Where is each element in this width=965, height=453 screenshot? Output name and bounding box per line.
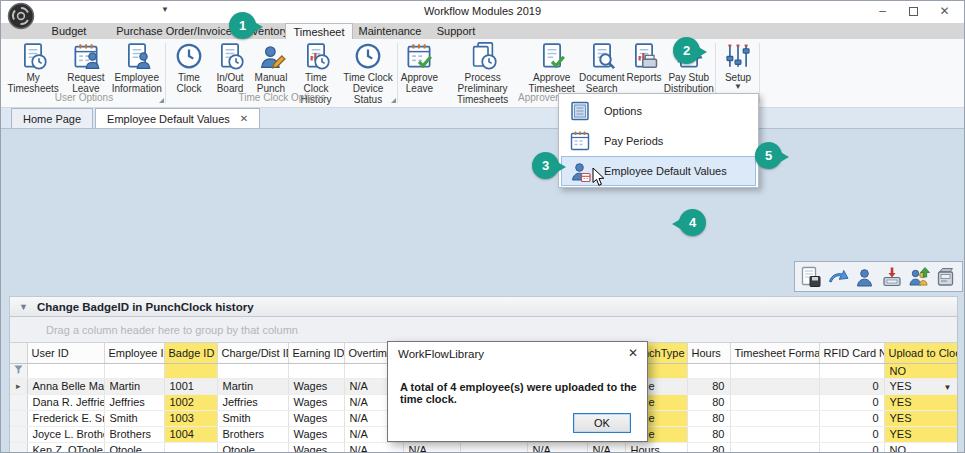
column-header-earning-id[interactable]: Earning ID bbox=[288, 343, 344, 363]
cell-user-id[interactable]: Frederick E. Smith bbox=[27, 410, 104, 426]
clock-device-button[interactable] bbox=[934, 265, 958, 289]
cell-timesheet-format[interactable] bbox=[730, 394, 819, 410]
send-button[interactable] bbox=[826, 265, 850, 289]
request-leave-button[interactable]: Request Leave bbox=[63, 40, 108, 94]
cell-employee-id[interactable]: Martin bbox=[104, 378, 164, 394]
reports-button[interactable]: Reports bbox=[625, 40, 662, 83]
collapse-chevron-icon[interactable]: ▼ bbox=[19, 302, 28, 312]
cell-earning-id[interactable]: Wages bbox=[288, 378, 344, 394]
column-header-badge-id[interactable]: Badge ID bbox=[164, 343, 217, 363]
cell-badge-id[interactable]: 1003 bbox=[164, 410, 217, 426]
document-tab-home-page[interactable]: Home Page bbox=[11, 108, 93, 128]
cell-badge-id[interactable]: 1002 bbox=[164, 394, 217, 410]
approve-timesheet-button[interactable]: Approve Timesheet bbox=[525, 40, 578, 94]
ribbon-tab-maintenance[interactable]: Maintenance bbox=[353, 23, 427, 39]
save-button[interactable] bbox=[799, 265, 823, 289]
cell-hours[interactable]: 80 bbox=[687, 442, 730, 453]
cell-charge-dist-id[interactable]: Otoole bbox=[217, 442, 288, 453]
cell-timesheet-format[interactable] bbox=[730, 410, 819, 426]
cell-user-id[interactable]: Dana R. Jeffries bbox=[27, 394, 104, 410]
download-to-clock-button[interactable] bbox=[880, 265, 904, 289]
cell-rfid-card-no[interactable]: 0 bbox=[819, 410, 884, 426]
cell-rfid-card-no[interactable]: 0 bbox=[819, 394, 884, 410]
cell-shift[interactable]: N/A bbox=[587, 442, 625, 453]
cell-exception-b[interactable] bbox=[460, 442, 527, 453]
ribbon-tab-timesheet[interactable]: Timesheet bbox=[285, 23, 353, 39]
filter-cell-earning-id[interactable] bbox=[288, 363, 344, 378]
cell-rfid-card-no[interactable]: 0 bbox=[819, 442, 884, 453]
cell-earning-id[interactable]: Wages bbox=[288, 442, 344, 453]
cell-timesheet-format[interactable] bbox=[730, 442, 819, 453]
dialog-launcher-icon[interactable] bbox=[391, 98, 396, 103]
dialog-close-icon[interactable]: ✕ bbox=[628, 346, 638, 360]
cell-earning-id[interactable]: Wages bbox=[288, 426, 344, 442]
tab-close-icon[interactable]: ✕ bbox=[240, 113, 248, 124]
dialog-ok-button[interactable]: OK bbox=[573, 413, 631, 433]
document-search-button[interactable]: Document Search bbox=[578, 40, 626, 94]
cell-user-id[interactable]: Joyce L. Brothers bbox=[27, 426, 104, 442]
filter-cell-user-id[interactable] bbox=[27, 363, 104, 378]
menu-item-pay-periods[interactable]: Pay Periods bbox=[561, 126, 756, 156]
employee-information-button[interactable]: Employee Information bbox=[109, 40, 166, 94]
cell-badge-id[interactable] bbox=[164, 442, 217, 453]
cell-user-id[interactable]: Ken Z. OToole bbox=[27, 442, 104, 453]
cell-expense-id[interactable]: N/A bbox=[527, 442, 587, 453]
cell-rfid-card-no[interactable]: 0 bbox=[819, 426, 884, 442]
cell-dropdown-icon[interactable]: ▼ bbox=[944, 383, 952, 392]
filter-cell-timesheet-format[interactable] bbox=[730, 363, 819, 378]
filter-cell-charge-dist-id[interactable] bbox=[217, 363, 288, 378]
cell-timesheet-format[interactable] bbox=[730, 378, 819, 394]
cell-badge-id[interactable]: 1001 bbox=[164, 378, 217, 394]
column-header-charge-dist-id[interactable]: Charge/Dist ID bbox=[217, 343, 288, 363]
cell-exception-a[interactable]: N/A bbox=[403, 442, 460, 453]
cell-upload-to-clock[interactable]: NO bbox=[884, 442, 957, 453]
filter-cell-hours[interactable] bbox=[687, 363, 730, 378]
cell-badge-id[interactable]: 1004 bbox=[164, 426, 217, 442]
column-header-hours[interactable]: Hours bbox=[687, 343, 730, 363]
cell-employee-id[interactable]: Otoole bbox=[104, 442, 164, 453]
my-timesheets-button[interactable]: My Timesheets bbox=[3, 40, 63, 94]
cell-upload-to-clock[interactable]: YES▼ bbox=[884, 378, 957, 394]
cell-employee-id[interactable]: Jeffries bbox=[104, 394, 164, 410]
column-header-rfid-card-no[interactable]: RFID Card No bbox=[819, 343, 884, 363]
cell-charge-dist-id[interactable]: Smith bbox=[217, 410, 288, 426]
cell-upload-to-clock[interactable]: YES bbox=[884, 394, 957, 410]
cell-overtime-id[interactable]: N/A bbox=[344, 442, 403, 453]
cell-employee-id[interactable]: Brothers bbox=[104, 426, 164, 442]
menu-item-options[interactable]: Options bbox=[561, 96, 756, 126]
cell-earning-id[interactable]: Wages bbox=[288, 410, 344, 426]
column-header-upload-to-clock[interactable]: Upload to Clock bbox=[884, 343, 957, 363]
badgeid-panel-header[interactable]: ▼ Change BadgeID in PunchClock history bbox=[9, 296, 958, 317]
cell-rfid-card-no[interactable]: 0 bbox=[819, 378, 884, 394]
filter-cell-upload-to-clock[interactable]: NO bbox=[884, 363, 957, 378]
column-header-employee-id[interactable]: Employee ID bbox=[104, 343, 164, 363]
upload-employees-button[interactable] bbox=[907, 265, 931, 289]
cell-upload-to-clock[interactable]: YES bbox=[884, 426, 957, 442]
dialog-launcher-icon[interactable] bbox=[159, 98, 164, 103]
cell-hours[interactable]: 80 bbox=[687, 378, 730, 394]
cell-timesheet-format[interactable] bbox=[730, 426, 819, 442]
cell-charge-dist-id[interactable]: Martin bbox=[217, 378, 288, 394]
maximize-button[interactable] bbox=[898, 1, 929, 21]
employee-button[interactable] bbox=[853, 265, 877, 289]
filter-cell-rfid-card-no[interactable] bbox=[819, 363, 884, 378]
approve-leave-button[interactable]: Approve Leave bbox=[399, 40, 440, 94]
time-clock-button[interactable]: Time Clock bbox=[167, 40, 211, 94]
in-out-board-button[interactable]: In/Out Board bbox=[211, 40, 249, 94]
ribbon-tab-budget[interactable]: Budget bbox=[37, 23, 101, 39]
cell-charge-dist-id[interactable]: Jeffries bbox=[217, 394, 288, 410]
column-header-timesheet-format[interactable]: Timesheet Format bbox=[730, 343, 819, 363]
cell-earning-id[interactable]: Wages bbox=[288, 394, 344, 410]
cell-charge-dist-id[interactable]: Brothers bbox=[217, 426, 288, 442]
ribbon-tab-support[interactable]: Support bbox=[427, 23, 485, 39]
setup-button[interactable]: Setup▼ bbox=[718, 40, 758, 91]
group-by-bar[interactable]: Drag a column header here to group by th… bbox=[10, 317, 957, 343]
cell-hours[interactable]: 80 bbox=[687, 394, 730, 410]
ribbon-tab-purchase-order-invoice[interactable]: Purchase Order/Invoice bbox=[101, 23, 247, 39]
cell-punchtype[interactable]: Hours bbox=[625, 442, 687, 453]
filter-cell-employee-id[interactable] bbox=[104, 363, 164, 378]
minimize-button[interactable]: – bbox=[867, 1, 898, 21]
close-button[interactable]: ✕ bbox=[929, 1, 960, 21]
cell-user-id[interactable]: Anna Belle Martin bbox=[27, 378, 104, 394]
document-tab-employee-default-values[interactable]: Employee Default Values✕ bbox=[95, 108, 260, 128]
